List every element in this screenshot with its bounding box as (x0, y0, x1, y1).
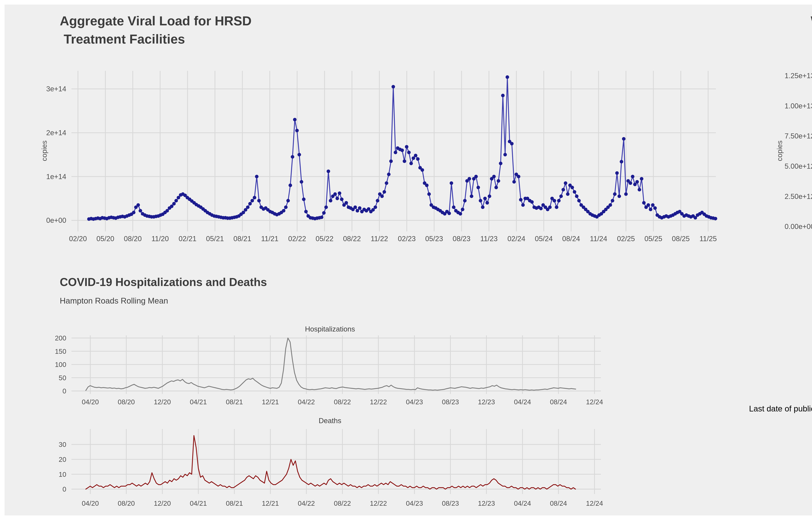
svg-text:11/23: 11/23 (480, 235, 498, 243)
svg-text:08/21: 08/21 (233, 235, 251, 243)
svg-text:04/23: 04/23 (406, 499, 423, 507)
svg-text:02/24: 02/24 (507, 235, 525, 243)
svg-text:12/23: 12/23 (478, 398, 495, 406)
svg-text:05/25: 05/25 (644, 235, 662, 243)
viral-chart-title: Aggregate Viral Load for HRSDTreatment F… (60, 12, 252, 48)
svg-text:04/23: 04/23 (406, 398, 423, 406)
svg-text:02/21: 02/21 (179, 235, 196, 243)
svg-text:12/21: 12/21 (262, 499, 279, 507)
recent-chart-title: Wastewater Data HRSD Facilities (811, 12, 812, 30)
svg-text:04/22: 04/22 (298, 499, 315, 507)
svg-text:04/20: 04/20 (82, 499, 99, 507)
svg-text:12/22: 12/22 (370, 398, 387, 406)
svg-text:12/23: 12/23 (478, 499, 495, 507)
svg-text:12/24: 12/24 (586, 398, 603, 406)
svg-text:05/21: 05/21 (206, 235, 224, 243)
svg-text:100: 100 (55, 361, 66, 368)
svg-text:30: 30 (59, 441, 66, 448)
svg-text:05/22: 05/22 (315, 235, 333, 243)
deaths-chart: 04/2008/2012/2004/2108/2112/2104/2208/22… (38, 425, 622, 515)
svg-text:11/24: 11/24 (590, 235, 607, 243)
svg-text:02/20: 02/20 (69, 235, 87, 243)
svg-text:04/20: 04/20 (82, 398, 99, 406)
svg-text:08/20: 08/20 (118, 398, 135, 406)
svg-text:0: 0 (62, 387, 66, 395)
svg-text:08/24: 08/24 (550, 398, 567, 406)
svg-text:08/21: 08/21 (226, 499, 243, 507)
viral-chart-title-line2: Treatment Facilities (60, 32, 185, 46)
svg-text:1e+14: 1e+14 (46, 173, 66, 181)
svg-text:0.00e+00: 0.00e+00 (785, 223, 812, 230)
svg-text:7.50e+12: 7.50e+12 (785, 132, 812, 140)
svg-text:04/21: 04/21 (190, 398, 207, 406)
svg-text:08/23: 08/23 (453, 235, 471, 243)
viral-chart-title-line1: Aggregate Viral Load for HRSD (60, 14, 252, 28)
svg-text:05/24: 05/24 (535, 235, 553, 243)
svg-text:08/25: 08/25 (672, 235, 690, 243)
hospitalizations-facet-label: Hospitalizations (38, 325, 622, 333)
svg-text:08/24: 08/24 (562, 235, 580, 243)
svg-text:1.25e+13: 1.25e+13 (785, 72, 812, 80)
update-heading: Update (747, 273, 812, 285)
svg-text:11/22: 11/22 (371, 235, 388, 243)
svg-text:08/22: 08/22 (334, 398, 351, 406)
svg-text:08/20: 08/20 (118, 499, 135, 507)
svg-text:1.00e+13: 1.00e+13 (785, 102, 812, 110)
covid-section-title: COVID-19 Hospitalizations and Deaths (60, 273, 267, 291)
svg-text:12/20: 12/20 (154, 398, 171, 406)
svg-text:08/23: 08/23 (442, 499, 459, 507)
svg-text:11/21: 11/21 (261, 235, 279, 243)
svg-text:2e+14: 2e+14 (46, 129, 66, 137)
svg-text:200: 200 (55, 334, 66, 342)
dashboard: Aggregate Viral Load for HRSDTreatment F… (0, 0, 812, 520)
hospitalizations-chart: 04/2008/2012/2004/2108/2112/2104/2208/22… (38, 334, 622, 411)
svg-text:08/23: 08/23 (442, 398, 459, 406)
svg-text:05/23: 05/23 (425, 235, 443, 243)
svg-text:02/22: 02/22 (288, 235, 306, 243)
svg-text:08/21: 08/21 (226, 398, 243, 406)
svg-text:5.00e+12: 5.00e+12 (785, 162, 812, 170)
svg-text:12/22: 12/22 (370, 499, 387, 507)
svg-text:150: 150 (55, 347, 66, 355)
svg-text:04/22: 04/22 (298, 398, 315, 406)
svg-text:08/22: 08/22 (343, 235, 361, 243)
svg-text:05/20: 05/20 (96, 235, 114, 243)
svg-text:50: 50 (59, 374, 66, 382)
viral-load-chart: 02/2005/2008/2011/2002/2105/2108/2111/21… (38, 64, 724, 254)
svg-text:04/21: 04/21 (190, 499, 207, 507)
svg-text:11/25: 11/25 (699, 235, 717, 243)
svg-text:12/21: 12/21 (262, 398, 279, 406)
svg-text:02/23: 02/23 (398, 235, 416, 243)
svg-text:11/20: 11/20 (151, 235, 169, 243)
svg-text:2.50e+12: 2.50e+12 (785, 192, 812, 200)
svg-text:20: 20 (59, 456, 66, 463)
deaths-facet-label: Deaths (38, 417, 622, 424)
svg-text:08/22: 08/22 (334, 499, 351, 507)
svg-text:04/24: 04/24 (514, 499, 531, 507)
svg-text:10: 10 (59, 471, 66, 478)
svg-text:08/20: 08/20 (124, 235, 142, 243)
svg-text:04/24: 04/24 (514, 398, 531, 406)
last-data-note: Last date of publicized hospitalization … (711, 404, 812, 413)
svg-text:0: 0 (62, 485, 66, 493)
svg-text:08/24: 08/24 (550, 499, 567, 507)
svg-text:0e+00: 0e+00 (46, 216, 66, 224)
svg-text:02/25: 02/25 (617, 235, 635, 243)
recent-8-weeks-chart: SepOct0.00e+002.50e+125.00e+127.50e+121.… (772, 64, 812, 254)
covid-section-subtitle: Hampton Roads Rolling Mean (60, 296, 168, 306)
svg-text:copies: copies (40, 140, 48, 161)
svg-text:copies: copies (776, 140, 784, 161)
svg-text:12/20: 12/20 (154, 499, 171, 507)
svg-text:3e+14: 3e+14 (46, 85, 66, 93)
svg-text:12/24: 12/24 (586, 499, 603, 507)
